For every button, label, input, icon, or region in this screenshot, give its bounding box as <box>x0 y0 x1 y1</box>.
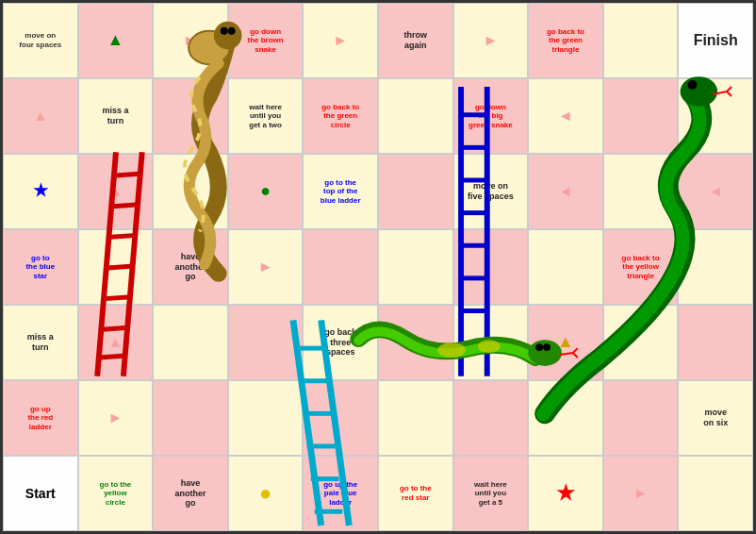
cell-r4c4: go backthreespaces <box>303 305 378 380</box>
cell-r3c8: go back tothe yellowtriangle <box>603 229 679 305</box>
cell-r6c4: go up thepale blueladder <box>303 456 378 531</box>
cell-r2c7: ◄ <box>528 154 603 229</box>
cell-finish: Finish <box>678 3 753 78</box>
cell-r3c9 <box>678 229 753 305</box>
cell-r1c8 <box>603 78 679 154</box>
cell-r1c7: ◄ <box>528 78 603 154</box>
cell-r5c4 <box>303 380 378 456</box>
cell-r3c3: ► <box>228 229 304 305</box>
arrow-right-icon3: ► <box>483 31 498 49</box>
cell-r5c3 <box>228 380 304 456</box>
cell-r1c4: go back tothe greencircle <box>303 78 378 154</box>
star-blue-icon: ★ <box>33 181 48 202</box>
cell-r3c5 <box>378 229 453 305</box>
arrow-left-icon2: ◄ <box>558 182 573 200</box>
cell-r5c5 <box>378 380 453 456</box>
cell-r6c5: go to thered star <box>378 456 453 531</box>
cell-r4c2 <box>153 305 228 380</box>
cell-r1c1: miss aturn <box>78 78 154 154</box>
cell-r5c9: moveon six <box>678 380 753 456</box>
cell-r0c7: go back tothe greentriangle <box>528 3 603 78</box>
circle-green-icon: ● <box>260 181 271 202</box>
cell-r2c4: go to thetop of theblue ladder <box>303 154 378 229</box>
cell-r6c1: go to theyellowcircle <box>78 456 154 531</box>
cell-r0c1: ▲ <box>78 3 154 78</box>
cell-r1c6: go downthe biggreen snake <box>453 78 529 154</box>
arrow-right-icon4: ► <box>258 258 273 275</box>
cell-r2c1: ▲ <box>78 154 154 229</box>
arrow-up-icon2: ▲ <box>107 182 123 200</box>
cell-r3c4 <box>303 229 378 305</box>
cell-r0c8 <box>603 3 679 78</box>
cell-r0c2: ► <box>153 3 228 78</box>
arrow-right-icon6: ► <box>633 484 649 502</box>
cell-r1c3: wait hereuntil youget a two <box>228 78 304 154</box>
cell-r4c7: ▲ <box>528 305 603 380</box>
circle-yellow-icon: ● <box>259 481 271 506</box>
cell-r3c1 <box>78 229 154 305</box>
cell-r5c8 <box>603 380 679 456</box>
game-board: move onfour spaces ▲ ► go downthe browns… <box>0 0 756 534</box>
cell-r4c8 <box>603 305 679 380</box>
cell-r6c2: haveanothergo <box>153 456 228 531</box>
arrow-right-icon2: ► <box>333 31 348 49</box>
cell-r2c2 <box>153 154 228 229</box>
cell-r6c9 <box>678 456 753 531</box>
cell-r6c8: ► <box>603 456 679 531</box>
cell-r5c1: ► <box>78 380 154 456</box>
cell-r2c8 <box>603 154 679 229</box>
cell-r6c6: wait hereuntil youget a 5 <box>453 456 529 531</box>
arrow-up-icon3: ▲ <box>107 333 123 351</box>
cell-r4c0: miss aturn <box>3 305 78 380</box>
cell-r0c0: move onfour spaces <box>3 3 78 78</box>
star-red-icon: ★ <box>556 481 575 506</box>
cell-r1c5 <box>378 78 453 154</box>
cell-r4c1: ▲ <box>78 305 154 380</box>
cell-r1c9 <box>678 78 753 154</box>
cell-r0c5: throwagain <box>378 3 453 78</box>
arrow-right-icon: ► <box>183 31 198 49</box>
cell-r2c5 <box>378 154 453 229</box>
arrow-up-icon: ▲ <box>33 107 48 125</box>
arrow-right-icon5: ► <box>107 409 123 426</box>
cell-r1c2 <box>153 78 228 154</box>
arrow-left-icon3: ◄ <box>708 182 723 200</box>
cell-r4c5 <box>378 305 453 380</box>
cell-r4c9 <box>678 305 753 380</box>
cell-r0c4: ► <box>303 3 378 78</box>
cell-r6c7: ★ <box>528 456 603 531</box>
cell-r0c6: ► <box>453 3 529 78</box>
cell-r1c0: ▲ <box>3 78 78 154</box>
cell-r3c7 <box>528 229 603 305</box>
cell-r2c9: ◄ <box>678 154 753 229</box>
cell-r2c0: ★ <box>3 154 78 229</box>
cell-r3c6 <box>453 229 529 305</box>
cell-r4c6 <box>453 305 529 380</box>
triangle-yellow-icon: ▲ <box>557 332 574 353</box>
cell-r0c3: go downthe brownsnake <box>228 3 304 78</box>
cell-r5c2 <box>153 380 228 456</box>
cell-r4c3 <box>228 305 304 380</box>
cell-r5c7 <box>528 380 603 456</box>
cell-r3c0: go tothe bluestar <box>3 229 78 305</box>
cell-r3c2: haveanothergo <box>153 229 228 305</box>
cell-r2c6: move onfive spaces <box>453 154 529 229</box>
cell-r2c3: ● <box>228 154 304 229</box>
cell-r5c0: go upthe redladder <box>3 380 78 456</box>
arrow-left-icon: ◄ <box>558 107 573 125</box>
cell-r6c3: ● <box>228 456 304 531</box>
cell-r5c6 <box>453 380 529 456</box>
triangle-green-icon: ▲ <box>107 30 123 51</box>
cell-start: Start <box>3 456 78 531</box>
